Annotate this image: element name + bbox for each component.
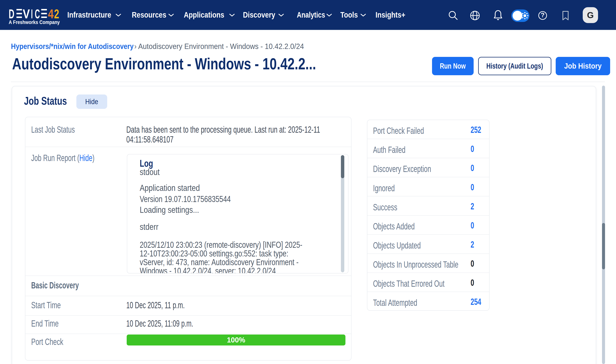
svg-text:4: 4 bbox=[48, 7, 54, 21]
svg-text:D: D bbox=[9, 7, 14, 21]
svg-text:?: ? bbox=[541, 12, 545, 19]
svg-text:V: V bbox=[23, 7, 30, 21]
svg-text:C: C bbox=[35, 7, 40, 21]
svg-text:A Freshworks Company: A Freshworks Company bbox=[9, 19, 60, 25]
svg-text:2: 2 bbox=[54, 7, 59, 21]
svg-text:I: I bbox=[31, 7, 33, 21]
